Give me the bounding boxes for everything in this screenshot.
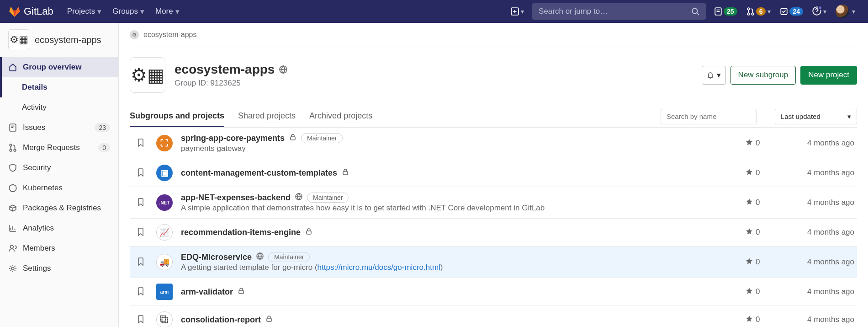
global-search[interactable]: [532, 3, 706, 20]
sidebar-item-security[interactable]: Security: [0, 158, 118, 178]
new-subgroup-button[interactable]: New subgroup: [730, 66, 796, 85]
project-search-input[interactable]: [661, 109, 757, 124]
brand-logo[interactable]: GitLab: [8, 5, 53, 18]
lock-icon: [265, 315, 273, 325]
lock-icon: [238, 287, 245, 297]
sidebar-subitem-activity[interactable]: Activity: [0, 97, 118, 118]
project-row[interactable]: .NETapp-NET-expenses-backendMaintainerA …: [130, 187, 857, 219]
sidebar-item-label: Settings: [23, 264, 51, 273]
project-description-link[interactable]: https://micro.mu/docs/go-micro.html: [318, 263, 440, 272]
project-stars[interactable]: 0: [746, 198, 773, 208]
search-input[interactable]: [539, 7, 691, 16]
project-name[interactable]: recommendation-items-engine: [181, 228, 301, 237]
project-stars[interactable]: 0: [746, 315, 773, 325]
mrs-count: 6: [756, 7, 766, 16]
star-count: 0: [756, 287, 760, 296]
todos-link[interactable]: 25: [709, 0, 742, 23]
nav-groups[interactable]: Groups▾: [107, 0, 150, 23]
svg-point-5: [752, 13, 754, 15]
project-avatar: ⿻: [156, 311, 173, 327]
project-stars[interactable]: 0: [746, 287, 773, 297]
chevron-down-icon: ▾: [852, 8, 855, 15]
svg-point-9: [10, 144, 12, 146]
tab-subgroups-projects[interactable]: Subgroups and projects: [130, 106, 224, 127]
issues-count: 24: [789, 7, 803, 16]
project-name[interactable]: spring-app-core-payments: [181, 134, 285, 143]
sidebar-item-merge-requests[interactable]: Merge Requests 0: [0, 138, 118, 158]
merge-request-icon: [8, 143, 17, 152]
project-name[interactable]: arm-validator: [181, 287, 233, 297]
project-row[interactable]: 📈recommendation-items-engine04 months ag…: [130, 219, 857, 247]
sidebar-item-members[interactable]: Members: [0, 238, 118, 258]
project-name[interactable]: app-NET-expenses-backend: [181, 193, 291, 203]
project-avatar: 📈: [156, 224, 173, 241]
new-project-button[interactable]: New project: [800, 66, 857, 85]
project-name[interactable]: content-management-custom-templates: [181, 168, 337, 178]
group-header: ⚙︎▦ ecosystem-apps Group ID: 9123625 ▾ N…: [130, 47, 857, 106]
sort-dropdown[interactable]: Last updated ▾: [775, 109, 857, 124]
group-id-label: Group ID: 9123625: [175, 79, 287, 88]
issues-link[interactable]: 24: [775, 0, 808, 23]
project-updated: 4 months ago: [781, 198, 854, 207]
bookmark-icon: [137, 198, 145, 208]
sidebar-item-issues[interactable]: Issues 23: [0, 118, 118, 138]
project-description: payments gateway: [181, 144, 737, 153]
star-count: 0: [756, 228, 760, 237]
nav-projects[interactable]: Projects▾: [62, 0, 107, 23]
project-avatar: arm: [156, 284, 173, 300]
notification-settings-button[interactable]: ▾: [702, 66, 726, 85]
sidebar-context[interactable]: ⚙︎▦ ecosystem-apps: [0, 23, 118, 57]
project-name[interactable]: EDQ-Microservice: [181, 252, 252, 262]
project-name[interactable]: consolidation-report: [181, 315, 261, 325]
breadcrumb: ⚙︎ ecosystem-apps: [130, 23, 857, 47]
role-badge: Maintainer: [268, 252, 310, 262]
project-row[interactable]: ⿻consolidation-report04 months ago: [130, 306, 857, 327]
package-icon: [8, 204, 17, 213]
svg-rect-19: [307, 231, 311, 234]
sidebar-item-packages[interactable]: Packages & Registries: [0, 198, 118, 218]
sidebar-item-kubernetes[interactable]: Kubernetes: [0, 178, 118, 198]
svg-rect-21: [239, 290, 243, 294]
star-icon: [746, 198, 753, 208]
bell-icon: [707, 71, 714, 79]
project-updated: 4 months ago: [781, 168, 854, 177]
project-row[interactable]: armarm-validator04 months ago: [130, 278, 857, 306]
help-menu[interactable]: ▾: [808, 0, 831, 23]
role-badge: Maintainer: [307, 193, 349, 203]
mrs-link[interactable]: 6 ▾: [742, 0, 776, 23]
nav-more[interactable]: More▾: [150, 0, 185, 23]
nav-more-label: More: [155, 7, 173, 16]
new-menu[interactable]: ▾: [506, 0, 529, 23]
project-stars[interactable]: 0: [746, 139, 773, 148]
tab-archived-projects[interactable]: Archived projects: [309, 106, 372, 127]
user-menu[interactable]: ▾: [831, 0, 860, 23]
sidebar-item-settings[interactable]: Settings: [0, 258, 118, 279]
chevron-down-icon: ▾: [97, 7, 101, 16]
project-updated: 4 months ago: [781, 315, 854, 324]
breadcrumb-group[interactable]: ecosystem-apps: [143, 31, 197, 39]
project-avatar: .NET: [156, 194, 173, 211]
bookmark-icon: [137, 228, 145, 237]
project-row[interactable]: ⛶spring-app-core-paymentsMaintainerpayme…: [130, 128, 857, 159]
sidebar-subitem-details[interactable]: Details: [0, 77, 118, 97]
lock-icon: [305, 228, 312, 237]
star-count: 0: [756, 139, 760, 148]
tab-shared-projects[interactable]: Shared projects: [238, 106, 296, 127]
sidebar-item-label: Kubernetes: [23, 183, 63, 193]
sidebar-item-label: Issues: [23, 123, 45, 132]
project-row[interactable]: ▣content-management-custom-templates04 m…: [130, 159, 857, 187]
chevron-down-icon: ▾: [717, 70, 721, 80]
sidebar-item-overview[interactable]: Group overview: [0, 57, 118, 77]
project-stars[interactable]: 0: [746, 257, 773, 267]
plus-icon: [511, 7, 519, 16]
project-updated: 4 months ago: [781, 257, 854, 267]
project-row[interactable]: 🚚EDQ-MicroserviceMaintainerA getting sta…: [130, 247, 857, 278]
project-stars[interactable]: 0: [746, 168, 773, 178]
sidebar-item-label: Merge Requests: [23, 143, 80, 152]
chevron-down-icon: ▾: [175, 7, 180, 16]
project-stars[interactable]: 0: [746, 228, 773, 237]
checklist-icon: [780, 7, 788, 16]
project-description: A simple application that demonstrates h…: [181, 204, 737, 213]
gitlab-icon: [8, 5, 21, 18]
sidebar-item-analytics[interactable]: Analytics: [0, 218, 118, 238]
